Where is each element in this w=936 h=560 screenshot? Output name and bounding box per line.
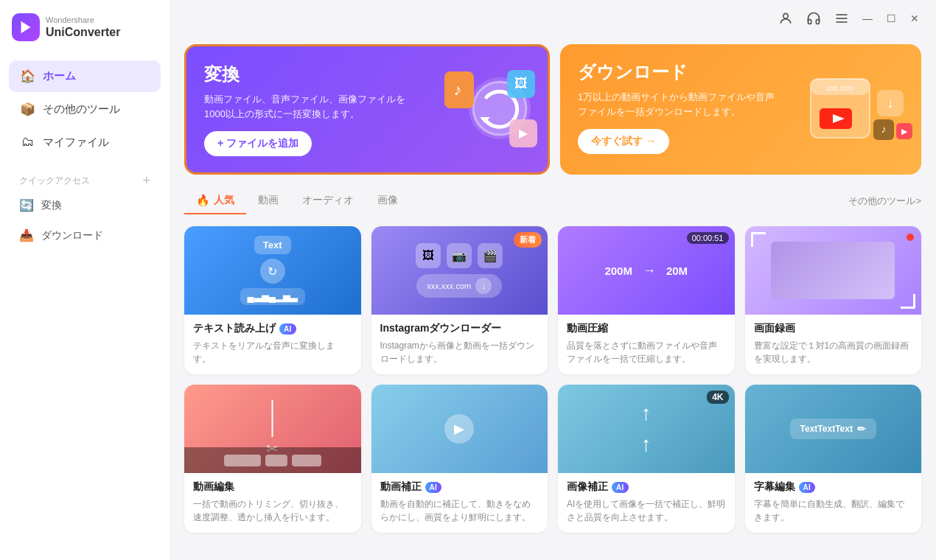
tool-thumb-compress: 00:00:51 200M → 20M [558, 226, 735, 315]
fire-icon: 🔥 [196, 194, 210, 207]
tab-image-label: 画像 [377, 194, 398, 207]
sidebar-item-convert[interactable]: 🔄 変換 [9, 191, 161, 220]
tab-video[interactable]: 動画 [246, 188, 290, 214]
svg-text:♪: ♪ [881, 123, 887, 135]
tool-card-compress[interactable]: 00:00:51 200M → 20M 動画圧縮 品質を落とさずに動画ファイルや… [558, 226, 735, 374]
main-content: 変換 動画ファイル、音声ファイル、画像ファイルを1000以上の形式に一括変換しま… [170, 0, 936, 560]
tool-desc-tts: テキストをリアルな音声に変換します。 [193, 339, 352, 365]
subtitle-text-box: TextTextText ✏ [790, 419, 876, 439]
sidebar-label-download: ダウンロード [41, 229, 103, 242]
user-icon[interactable] [775, 8, 796, 29]
tool-name-tts: テキスト読み上げ AI [193, 322, 352, 335]
tool-thumb-img-fix: 4K ↑ ↑ [558, 385, 735, 473]
tool-thumb-tts: Text ↻ ▄▃▅▄▂▅▃ [184, 226, 361, 315]
sidebar-item-my-files[interactable]: 🗂 マイファイル [9, 127, 161, 158]
home-icon: 🏠 [19, 69, 35, 84]
tool-card-tts[interactable]: Text ↻ ▄▃▅▄▂▅▃ テキスト読み上げ AI テキストをリアルな音声に変… [184, 226, 361, 374]
tool-thumb-video-fix: ▶ [371, 385, 548, 473]
tts-arrow-icon: ↻ [260, 259, 285, 284]
tool-card-instagram[interactable]: 新着 🖼 📷 🎬 xxx.xxx.com ↓ Instagramダウンローダー [371, 226, 548, 374]
quick-access-section: クイックアクセス + [0, 164, 170, 190]
sidebar-label-home: ホーム [43, 69, 76, 83]
rec-dot [907, 234, 914, 241]
res-badge-4k: 4K [707, 391, 728, 404]
tab-popular[interactable]: 🔥 人気 [184, 188, 246, 214]
tool-card-subtitle[interactable]: TextTextText ✏ 字幕編集 AI 字幕を簡単に自動生成、翻訳、編集で… [745, 385, 922, 533]
screen-inner [771, 242, 895, 299]
ai-badge-tts: AI [279, 323, 296, 335]
quick-access-add-btn[interactable]: + [142, 174, 150, 187]
ai-badge-video-fix: AI [425, 482, 442, 493]
tool-desc-instagram: Instagramから画像と動画を一括ダウンロードします。 [380, 339, 539, 365]
tool-name-subtitle: 字幕編集 AI [754, 480, 913, 494]
ai-badge-img-fix: AI [612, 482, 629, 493]
sidebar: Wondershare UniConverter 🏠 ホーム 📦 その他のツール… [0, 0, 170, 560]
tool-desc-subtitle: 字幕を簡単に自動生成、翻訳、編集できます。 [754, 497, 913, 524]
hero-convert-desc: 動画ファイル、音声ファイル、画像ファイルを1000以上の形式に一括変換します。 [204, 92, 411, 121]
ig-dl-btn: ↓ [475, 278, 492, 294]
hero-download-btn[interactable]: 今すぐ試す → [578, 129, 669, 154]
convert-icon: 🔄 [19, 198, 34, 212]
minimize-btn[interactable]: — [859, 10, 876, 27]
tool-name-img-fix: 画像補正 AI [567, 480, 726, 494]
box-icon: 📦 [19, 102, 35, 117]
tab-audio-label: オーディオ [302, 194, 354, 207]
svg-text:xxx.com: xxx.com [827, 84, 854, 92]
sidebar-label-my-files: マイファイル [43, 136, 109, 150]
tool-card-video-fix[interactable]: ▶ 動画補正 AI 動画を自動的に補正して、動きをなめらかにし、画質をより鮮明に… [371, 385, 548, 533]
tts-wave: ▄▃▅▄▂▅▃ [240, 288, 305, 305]
app-logo: Wondershare UniConverter [0, 0, 170, 55]
download-graphic: xxx.com ↓ ♪ ▶ [796, 64, 914, 155]
sidebar-item-home[interactable]: 🏠 ホーム [9, 60, 161, 92]
arrow-down-icon: ↑ [641, 433, 652, 456]
compress-size-from: 200M [604, 265, 632, 277]
tool-name-compress: 動画圧縮 [567, 322, 726, 335]
tool-name-video-fix: 動画補正 AI [380, 480, 539, 494]
ig-url-box: xxx.xxx.com ↓ [416, 274, 502, 298]
headphone-icon[interactable] [803, 8, 824, 29]
new-badge-instagram: 新着 [514, 232, 542, 248]
tool-thumb-screen [745, 226, 922, 315]
tab-image[interactable]: 画像 [366, 188, 410, 214]
maximize-btn[interactable]: ☐ [883, 10, 899, 27]
time-badge-compress: 00:00:51 [687, 232, 729, 244]
sidebar-item-download[interactable]: 📥 ダウンロード [9, 221, 161, 250]
close-btn[interactable]: ✕ [907, 10, 923, 27]
quick-access-label: クイックアクセス [19, 175, 90, 187]
tool-desc-img-fix: AIを使用して画像を一括で補正し、鮮明さと品質を向上させます。 [567, 497, 726, 524]
brand-top: Wondershare [46, 15, 120, 25]
brand-bottom: UniConverter [46, 25, 120, 39]
hero-convert-btn[interactable]: + ファイルを追加 [204, 131, 312, 156]
tool-card-img-fix[interactable]: 4K ↑ ↑ 画像補正 AI AIを使用して画像を一括で補正し、鮮明さと品質を向… [558, 385, 735, 533]
tool-card-screen-record[interactable]: 画面録画 豊富な設定で１対1の高画質の画面録画を実現します。 [745, 226, 922, 374]
svg-text:♪: ♪ [454, 80, 462, 99]
files-icon: 🗂 [19, 135, 35, 150]
arrow-up-icon: ↑ [641, 402, 652, 425]
corner-tl [751, 232, 766, 247]
tab-audio[interactable]: オーディオ [290, 188, 366, 214]
tab-popular-label: 人気 [214, 194, 234, 207]
sidebar-label-convert: 変換 [41, 199, 62, 212]
sidebar-item-other-tools[interactable]: 📦 その他のツール [9, 94, 161, 125]
tool-name-instagram: Instagramダウンローダー [380, 322, 539, 335]
ig-video-icon: 🎬 [478, 243, 503, 268]
tool-card-video-edit[interactable]: ✂ 動画編集 一括で動画のトリミング、切り抜き、速度調整、透かし挿入を行います。 [184, 385, 361, 533]
tabs-more-link[interactable]: その他のツール> [848, 195, 921, 208]
convert-graphic: ♪ 🖼 ▶ [437, 64, 540, 155]
tab-video-label: 動画 [258, 194, 279, 207]
svg-text:↓: ↓ [887, 94, 894, 111]
hero-download-banner[interactable]: ダウンロード 1万以上の動画サイトから動画ファイルや音声ファイルを一括ダウンロー… [560, 44, 921, 175]
tool-desc-screen-record: 豊富な設定で１対1の高画質の画面録画を実現します。 [754, 339, 913, 365]
tool-thumb-subtitle: TextTextText ✏ [745, 385, 922, 473]
play-icon: ▶ [444, 414, 474, 444]
tool-desc-compress: 品質を落とさずに動画ファイルや音声ファイルを一括で圧縮します。 [567, 339, 726, 365]
svg-text:▶: ▶ [519, 127, 528, 139]
ve-panel [184, 447, 361, 473]
menu-icon[interactable] [831, 8, 852, 29]
compress-size-to: 20M [666, 265, 688, 277]
svg-text:🖼: 🖼 [514, 76, 528, 91]
sidebar-label-other-tools: その他のツール [43, 102, 120, 116]
hero-convert-banner[interactable]: 変換 動画ファイル、音声ファイル、画像ファイルを1000以上の形式に一括変換しま… [184, 44, 550, 175]
ig-photo-icon: 🖼 [416, 243, 441, 268]
corner-br [901, 294, 915, 309]
